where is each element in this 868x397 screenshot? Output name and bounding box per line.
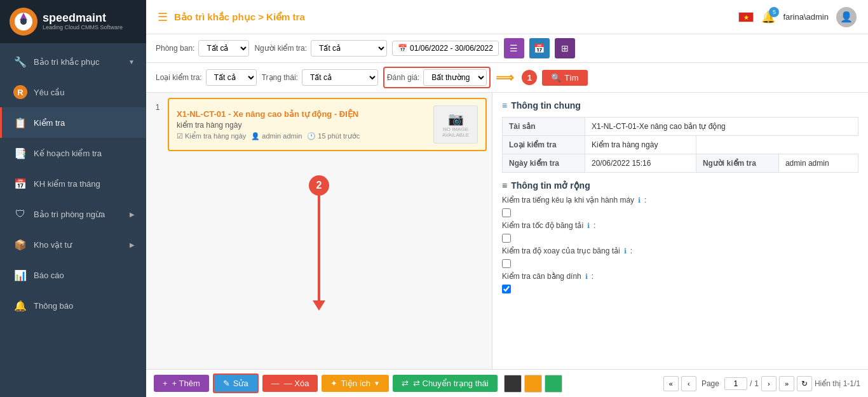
- hamburger-icon[interactable]: ☰: [158, 10, 168, 24]
- grid-view-btn[interactable]: ⊞: [555, 38, 575, 58]
- nguoi-kt-value: admin admin: [778, 154, 858, 173]
- sidebar-item-thong-bao[interactable]: 🔔 Thông báo: [0, 290, 146, 321]
- color-btn-black[interactable]: [504, 375, 522, 393]
- list-body: 1 X1-NL-CT-01 - Xe nâng cao bản tự động …: [146, 93, 492, 369]
- sidebar-item-bao-cao[interactable]: 📊 Báo cáo: [0, 260, 146, 290]
- check-item-1: Kiểm tra tiếng kêu lạ khi vận hành máy ℹ…: [502, 196, 852, 205]
- user-name: farina\admin: [783, 12, 829, 22]
- checklist-icon: 📋: [13, 116, 27, 130]
- header-right: 🔔 5 farina\admin 👤: [738, 7, 857, 27]
- pager: « ‹ Page / 1 › » ↻ Hiển thị 1-1/1: [663, 376, 860, 391]
- sidebar-item-kho-vat-tu[interactable]: 📦 Kho vật tư ▶: [0, 229, 146, 260]
- check-item-3: Kiểm tra độ xoay của trục băng tải ℹ:: [502, 246, 852, 255]
- nguoi-kiem-tra-select[interactable]: Tất cả: [311, 40, 387, 57]
- flag-icon: [738, 12, 754, 22]
- search-icon: 🔍: [551, 73, 561, 83]
- shield-icon: 🛡: [13, 207, 27, 221]
- list-view-btn[interactable]: ☰: [504, 38, 524, 58]
- list-item-row: 1 X1-NL-CT-01 - Xe nâng cao bản tự động …: [151, 98, 487, 151]
- trang-thai-select[interactable]: Tất cả: [302, 69, 378, 86]
- sidebar-item-ke-hoach-kiem-tra[interactable]: 📑 Kế hoạch kiểm tra: [0, 138, 146, 168]
- delete-label: — Xóa: [284, 379, 309, 388]
- camera-icon: 📷: [448, 111, 464, 126]
- breadcrumb: Bảo trì khắc phục > Kiểm tra: [174, 11, 305, 23]
- phong-ban-select[interactable]: Tất cả: [198, 40, 249, 57]
- info-icon-4: ℹ: [585, 273, 588, 281]
- info-icon-3: ℹ: [624, 247, 627, 255]
- edit-label: Sửa: [233, 379, 248, 388]
- calendar-icon: 📅: [13, 177, 27, 191]
- notification-icon: 🔔: [13, 299, 27, 313]
- calendar-view-btn[interactable]: 📅: [529, 38, 550, 58]
- danh-gia-label: Đánh giá:: [387, 73, 419, 82]
- logo-name: speedmaint: [43, 12, 123, 25]
- checkbox-3[interactable]: [502, 259, 511, 268]
- loai-kiem-tra-select[interactable]: Tất cả: [206, 69, 257, 86]
- avatar: 👤: [836, 7, 857, 27]
- arrow-head: [313, 300, 325, 311]
- sidebar-item-bao-tri-phong-ngua[interactable]: 🛡 Bảo trì phòng ngừa ▶: [0, 199, 146, 229]
- add-button[interactable]: + + Thêm: [154, 375, 209, 392]
- last-page-btn[interactable]: »: [779, 376, 794, 391]
- detail-panel: ≡ Thông tin chung Tài sản X1-NL-CT-01-Xe…: [492, 93, 868, 369]
- svg-point-3: [20, 18, 27, 25]
- arrow-right-icon: ⟹: [496, 70, 514, 85]
- check-label-2: Kiểm tra tốc độ băng tải: [502, 221, 583, 230]
- check-type-meta: ☑ Kiểm tra hàng ngày: [177, 132, 246, 140]
- check-icon: ☑: [177, 132, 183, 140]
- no-image-placeholder: 📷 NO IMAGEAVAILABLE: [433, 105, 478, 144]
- checkbox-4[interactable]: [502, 285, 511, 293]
- sidebar-item-label: Báo cáo: [34, 271, 135, 280]
- sidebar-item-label: Kế hoạch kiểm tra: [34, 149, 135, 158]
- color-btn-green[interactable]: [545, 375, 562, 393]
- sidebar-item-yeu-cau[interactable]: R Yêu cầu: [0, 77, 146, 107]
- transfer-button[interactable]: ⇄ ⇄ Chuyển trạng thái: [393, 375, 498, 392]
- asset-label: Tài sản: [503, 118, 585, 136]
- user-meta: 👤 admin admin: [251, 132, 302, 140]
- ngay-kt-value: 20/06/2022 15:16: [585, 154, 696, 173]
- delete-button[interactable]: — — Xóa: [262, 375, 318, 392]
- transfer-icon: ⇄: [402, 379, 409, 388]
- edit-button[interactable]: ✎ Sửa: [213, 373, 259, 393]
- chevron-right-icon: ▼: [128, 58, 135, 65]
- item-card-title: X1-NL-CT-01 - Xe nâng cao bản tự động - …: [177, 109, 427, 119]
- chevron-right-icon2: ▶: [130, 211, 135, 218]
- trang-thai-label: Trạng thái:: [262, 73, 298, 82]
- utility-button[interactable]: ✦ Tiện ích ▼: [322, 375, 388, 392]
- item-card-sub: kiểm tra hàng ngày: [177, 121, 427, 130]
- sidebar-item-kiem-tra[interactable]: 📋 Kiểm tra: [0, 107, 146, 138]
- search-button[interactable]: 🔍 Tìm: [542, 70, 587, 86]
- bell-button[interactable]: 🔔 5: [761, 10, 775, 24]
- prev-page-btn[interactable]: ‹: [681, 376, 696, 391]
- asset-value: X1-NL-CT-01-Xe nâng cao bản tự động: [585, 118, 858, 136]
- sidebar-item-kh-kiem-tra-thang[interactable]: 📅 KH kiểm tra tháng: [0, 168, 146, 199]
- check-checkbox-4: [502, 285, 852, 293]
- first-page-btn[interactable]: «: [663, 376, 679, 391]
- check-row: Kiểm tra tiếng kêu lạ khi vận hành máy ℹ…: [502, 196, 858, 293]
- refresh-button[interactable]: ↻: [797, 376, 812, 391]
- date-range-input[interactable]: 📅 01/06/2022 - 30/06/2022: [392, 41, 499, 56]
- sidebar-item-bao-tri-khac-phuc[interactable]: 🔧 Bảo trì khắc phục ▼: [0, 46, 146, 77]
- ngay-kt-label: Ngày kiểm tra: [503, 154, 585, 173]
- next-page-btn[interactable]: ›: [761, 376, 776, 391]
- list-item-card[interactable]: X1-NL-CT-01 - Xe nâng cao bản tự động - …: [168, 98, 487, 151]
- general-info-table: Tài sản X1-NL-CT-01-Xe nâng cao bản tự đ…: [502, 117, 858, 173]
- ext-info-section: ≡ Thông tin mở rộng Kiểm tra tiếng kêu l…: [502, 180, 858, 293]
- add-label: + Thêm: [172, 379, 200, 388]
- vertical-arrow: [313, 186, 325, 311]
- main-content: ☰ Bảo trì khắc phục > Kiểm tra 🔔 5 farin…: [146, 0, 868, 397]
- sidebar-item-label: Thông báo: [34, 301, 135, 311]
- display-info: Hiển thị 1-1/1: [815, 379, 860, 388]
- sidebar-menu: 🔧 Bảo trì khắc phục ▼ R Yêu cầu 📋 Kiểm t…: [0, 43, 146, 397]
- danh-gia-select[interactable]: Bất thường: [423, 69, 487, 86]
- color-btn-yellow[interactable]: [524, 375, 542, 393]
- header: ☰ Bảo trì khắc phục > Kiểm tra 🔔 5 farin…: [146, 0, 868, 34]
- add-icon: +: [163, 379, 168, 388]
- request-icon: R: [13, 85, 27, 99]
- checkbox-2[interactable]: [502, 234, 511, 243]
- checkbox-1[interactable]: [502, 208, 511, 217]
- info-icon-1: ℹ: [638, 196, 641, 205]
- page-input[interactable]: [724, 377, 747, 390]
- trang-thai-filter: Trạng thái: Tất cả: [262, 69, 378, 86]
- list-panel: 1 X1-NL-CT-01 - Xe nâng cao bản tự động …: [146, 93, 492, 369]
